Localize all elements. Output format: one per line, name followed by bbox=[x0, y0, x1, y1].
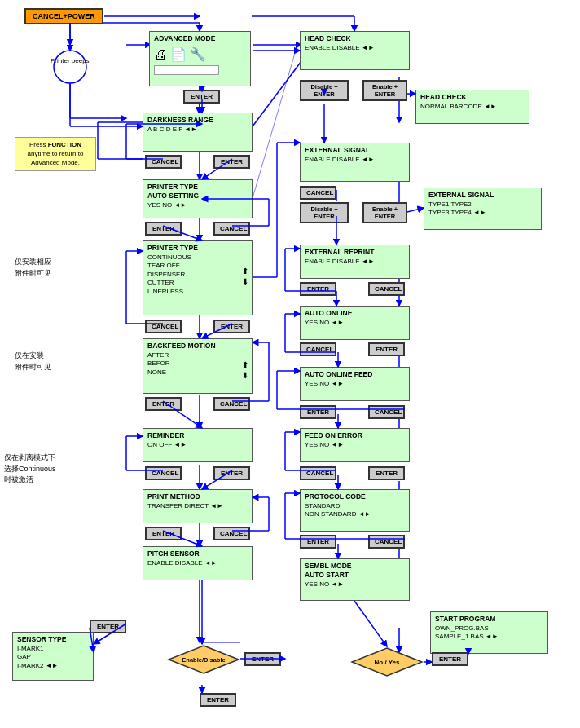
head-check-2-box: HEAD CHECK NORMAL BARCODE ◄► bbox=[415, 90, 529, 124]
cancel-button-4[interactable]: CANCEL bbox=[213, 397, 250, 411]
enable-enter-button-2[interactable]: Enable +ENTER bbox=[362, 202, 407, 223]
enter-button-right-bottom[interactable]: ENTER bbox=[432, 652, 468, 666]
auto-online-feed-box: AUTO ONLINE FEED YES NO ◄► bbox=[300, 367, 410, 401]
enter-button-8[interactable]: ENTER bbox=[244, 652, 281, 666]
enter-button-right-1[interactable]: ENTER bbox=[300, 282, 336, 296]
cancel-button-right-4[interactable]: CANCEL bbox=[368, 405, 405, 419]
enter-button-5[interactable]: ENTER bbox=[145, 397, 182, 411]
printer-beeps-label: Printer beeps bbox=[51, 57, 90, 65]
enter-button-6[interactable]: ENTER bbox=[213, 466, 250, 480]
cancel-button-2[interactable]: CANCEL bbox=[213, 222, 250, 236]
cancel-button-right-6[interactable]: CANCEL bbox=[368, 535, 405, 549]
enter-button-4[interactable]: ENTER bbox=[213, 320, 250, 333]
sembl-mode-box: SEMBL MODEAUTO START YES NO ◄► bbox=[300, 558, 410, 601]
cancel-button-right-5[interactable]: CANCEL bbox=[300, 466, 336, 480]
reminder-box: REMINDER ON OFF ◄► bbox=[143, 428, 253, 462]
cancel-button-3[interactable]: CANCEL bbox=[145, 320, 182, 333]
cancel-button-right-3[interactable]: CANCEL bbox=[300, 342, 336, 356]
enter-button-left-bottom[interactable]: ENTER bbox=[90, 620, 126, 633]
pitch-sensor-box: PITCH SENSOR ENABLE DISABLE ◄► bbox=[143, 546, 253, 580]
printer-type-box: PRINTER TYPE CONTINUOUS TEAR OFF DISPENS… bbox=[143, 240, 253, 315]
disable-enter-button-2[interactable]: Disable +ENTER bbox=[300, 202, 349, 223]
diagram: CANCEL+POWER Printer beeps Press FUNCTIO… bbox=[0, 0, 580, 728]
darkness-range-box: DARKNESS RANGE A B C D E F ◄► bbox=[143, 113, 253, 152]
enter-button-right-5[interactable]: ENTER bbox=[300, 535, 336, 549]
enter-button-right-2[interactable]: ENTER bbox=[368, 342, 405, 356]
enter-button-right-3[interactable]: ENTER bbox=[300, 405, 336, 419]
chinese-note-1: 仅安装相应附件时可见 bbox=[15, 257, 51, 279]
cancel-button-1[interactable]: CANCEL bbox=[145, 155, 182, 169]
printer-type-auto-box: PRINTER TYPEAUTO SETTING YES NO ◄► bbox=[143, 179, 253, 218]
press-function-label: Press FUNCTIONanytime to return toAdvanc… bbox=[15, 137, 96, 171]
cancel-button-6[interactable]: CANCEL bbox=[213, 527, 250, 540]
enter-button-right-4[interactable]: ENTER bbox=[368, 466, 405, 480]
external-reprint-box: EXTERNAL REPRINT ENABLE DISABLE ◄► bbox=[300, 245, 410, 279]
head-check-box: HEAD CHECK ENABLE DISABLE ◄► bbox=[300, 31, 410, 70]
cancel-button-right-1[interactable]: CANCEL bbox=[300, 186, 336, 200]
cancel-power-button[interactable]: CANCEL+POWER bbox=[24, 8, 103, 24]
chinese-note-2: 仅在安装附件时可见 bbox=[15, 351, 51, 373]
enter-button-3[interactable]: ENTER bbox=[145, 222, 182, 236]
disable-enter-button-1[interactable]: Disable +ENTER bbox=[300, 80, 349, 101]
feed-on-error-box: FEED ON ERROR YES NO ◄► bbox=[300, 428, 410, 462]
enter-button-bottom[interactable]: ENTER bbox=[200, 693, 236, 707]
advanced-mode-box: ADVANCED MODE 🖨📄🔧 bbox=[149, 31, 251, 86]
enable-disable-diamond: Enable/Disable bbox=[167, 644, 240, 675]
svg-line-78 bbox=[354, 601, 387, 646]
external-signal-box: EXTERNAL SIGNAL ENABLE DISABLE ◄► bbox=[300, 143, 410, 182]
cancel-button-5[interactable]: CANCEL bbox=[145, 466, 182, 480]
protocol-code-box: PROTOCOL CODE STANDARDNON STANDARD ◄► bbox=[300, 489, 410, 532]
external-signal-type-box: EXTERNAL SIGNAL TYPE1 TYPE2TYPE3 TYPE4 ◄… bbox=[424, 188, 542, 230]
svg-text:Enable/Disable: Enable/Disable bbox=[182, 656, 225, 664]
auto-online-box: AUTO ONLINE YES NO ◄► bbox=[300, 306, 410, 340]
enter-button-2[interactable]: ENTER bbox=[213, 155, 250, 169]
start-program-box: START PROGRAM OWN_PROG.BASSAMPLE_1.BAS ◄… bbox=[430, 611, 548, 654]
svg-point-21 bbox=[54, 51, 86, 83]
print-method-box: PRINT METHOD TRANSFER DIRECT ◄► bbox=[143, 489, 253, 523]
svg-text:No / Yes: No / Yes bbox=[375, 659, 401, 666]
svg-line-19 bbox=[253, 61, 301, 126]
chinese-note-3: 仅在剥离模式下选择Continuous时被激活 bbox=[4, 452, 56, 486]
enable-enter-button-1[interactable]: Enable +ENTER bbox=[362, 80, 407, 101]
enter-button-7[interactable]: ENTER bbox=[145, 527, 182, 540]
backfeed-motion-box: BACKFEED MOTION AFTERBEFORNONE ⬆⬇ bbox=[143, 338, 253, 394]
cancel-button-right-2[interactable]: CANCEL bbox=[368, 282, 405, 296]
svg-line-72 bbox=[407, 208, 424, 212]
svg-line-30 bbox=[253, 45, 297, 198]
no-yes-diamond: No / Yes bbox=[350, 646, 424, 677]
enter-button-1[interactable]: ENTER bbox=[183, 90, 220, 104]
sensor-type-box: SENSOR TYPE I-MARK1GAPI-MARK2 ◄► bbox=[12, 632, 94, 681]
